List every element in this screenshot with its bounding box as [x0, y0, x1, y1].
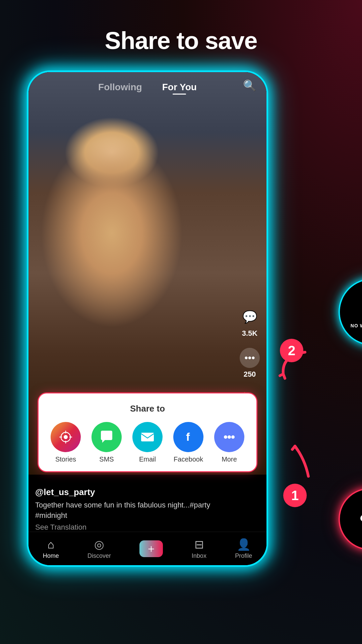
share-items: + Stories SMS: [45, 422, 250, 463]
svg-point-17: [360, 515, 362, 522]
home-icon: ⌂: [47, 538, 54, 551]
share-email[interactable]: Email: [132, 422, 163, 463]
no-watermark-label: NO WATERMARK: [351, 323, 362, 328]
sms-icon: [92, 422, 122, 452]
nav-discover[interactable]: ◎ Discover: [87, 538, 111, 559]
facebook-icon: f: [173, 422, 203, 452]
step-2-badge: 2: [280, 339, 303, 362]
bottom-nav: ⌂ Home ◎ Discover ＋ ⊟ Inbox 👤 Profile: [28, 532, 266, 565]
caption-area: @let_us_party Together have some fun in …: [35, 487, 233, 532]
caption-text: Together have some fun in this fabulous …: [35, 500, 233, 521]
share-panel: Share to + Stories: [39, 393, 256, 471]
home-label: Home: [43, 552, 59, 559]
search-icon[interactable]: 🔍: [243, 79, 256, 92]
add-button[interactable]: ＋: [139, 540, 163, 557]
action-comments[interactable]: ••• 250: [240, 348, 260, 379]
phone-frame: Following For You 🔍 💬 3.5K ••• 250 🔖 520…: [27, 70, 268, 567]
share-facebook[interactable]: f Facebook: [173, 422, 203, 463]
stories-icon: +: [51, 422, 81, 452]
download-icon: [360, 296, 362, 319]
step-1-badge: 1: [283, 484, 307, 507]
no-watermark-icon-wrapper: [360, 296, 362, 320]
nav-inbox[interactable]: ⊟ Inbox: [192, 538, 206, 559]
more-label: More: [222, 455, 237, 463]
caption-translate[interactable]: See Translation: [35, 523, 233, 532]
comments-count: 250: [244, 370, 256, 379]
email-label: Email: [139, 455, 156, 463]
tab-following[interactable]: Following: [98, 82, 142, 93]
inbox-icon: ⊟: [194, 538, 204, 551]
action-messages[interactable]: 💬 3.5K: [240, 307, 260, 338]
svg-rect-7: [141, 433, 154, 441]
nav-home[interactable]: ⌂ Home: [43, 538, 59, 559]
svg-point-11: [231, 435, 235, 439]
top-nav: Following For You 🔍: [28, 72, 266, 99]
messages-icon: 💬: [240, 307, 260, 327]
email-icon: [132, 422, 163, 452]
nav-profile[interactable]: 👤 Profile: [235, 538, 252, 559]
step-2-number: 2: [280, 339, 303, 362]
caption-username: @let_us_party: [35, 487, 233, 497]
share-stories[interactable]: + Stories: [51, 422, 81, 463]
stories-label: Stories: [55, 455, 76, 463]
svg-point-10: [228, 435, 231, 439]
share-panel-title: Share to: [45, 404, 250, 414]
facebook-label: Facebook: [174, 455, 203, 463]
nav-add[interactable]: ＋: [139, 540, 163, 557]
svg-point-9: [224, 435, 227, 439]
phone-content: Following For You 🔍 💬 3.5K ••• 250 🔖 520…: [28, 72, 266, 565]
page-title: Share to save: [0, 27, 362, 54]
tab-for-you[interactable]: For You: [162, 82, 197, 93]
inbox-label: Inbox: [192, 552, 206, 559]
messages-count: 3.5K: [242, 329, 257, 338]
profile-icon: 👤: [237, 538, 251, 551]
share-sms[interactable]: SMS: [92, 422, 122, 463]
sms-label: SMS: [99, 455, 114, 463]
profile-label: Profile: [235, 552, 252, 559]
share-more[interactable]: More: [214, 422, 244, 463]
discover-label: Discover: [87, 552, 111, 559]
more-icon: [214, 422, 244, 452]
arrow-1-svg: [288, 439, 322, 480]
svg-text:f: f: [186, 430, 190, 443]
comments-icon: •••: [240, 348, 260, 368]
discover-icon: ◎: [94, 538, 104, 551]
svg-text:+: +: [64, 434, 67, 439]
share-big-icon: [356, 506, 362, 533]
step-1-number: 1: [283, 484, 307, 507]
